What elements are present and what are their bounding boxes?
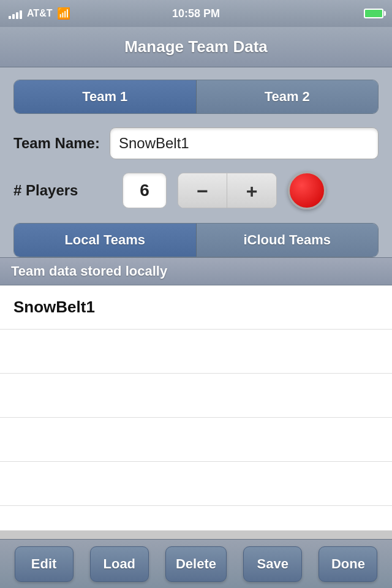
status-time: 10:58 PM (172, 7, 220, 20)
team-name-input[interactable] (110, 127, 379, 159)
delete-button[interactable]: Delete (165, 546, 227, 582)
team-name-row: Team Name: (13, 127, 379, 159)
increment-button[interactable]: + (227, 173, 276, 208)
edit-button[interactable]: Edit (15, 546, 74, 582)
players-count: 6 (123, 173, 167, 208)
list-item[interactable]: SnowBelt1 (0, 285, 392, 330)
signal-icon (9, 8, 22, 19)
done-button[interactable]: Done (318, 546, 377, 582)
section-header-text: Team data stored locally (11, 263, 167, 279)
players-label: # Players (13, 182, 111, 199)
team-toggle: Team 1 Team 2 (13, 80, 379, 114)
decrement-button[interactable]: − (178, 173, 227, 208)
wifi-icon: 📶 (57, 7, 70, 20)
bottom-toolbar: Edit Load Delete Save Done (0, 539, 392, 588)
record-button[interactable] (288, 172, 326, 209)
list-item-empty-4 (0, 462, 392, 506)
team2-button[interactable]: Team 2 (197, 80, 379, 113)
list-item-empty-1 (0, 330, 392, 374)
section-header: Team data stored locally (0, 257, 392, 285)
stepper: − + (178, 173, 277, 208)
status-bar: AT&T 📶 10:58 PM (0, 0, 392, 27)
carrier-label: AT&T (27, 8, 52, 19)
status-left: AT&T 📶 (9, 7, 70, 20)
list-item-empty-2 (0, 374, 392, 418)
load-button[interactable]: Load (90, 546, 149, 582)
storage-toggle: Local Teams iCloud Teams (13, 223, 379, 257)
nav-bar: Manage Team Data (0, 27, 392, 67)
team-name-label: Team Name: (13, 135, 100, 152)
team1-button[interactable]: Team 1 (14, 80, 197, 113)
team-item-name: SnowBelt1 (13, 298, 95, 317)
list-item-empty-3 (0, 418, 392, 462)
players-row: # Players 6 − + (13, 172, 379, 209)
list-item-empty-5 (0, 506, 392, 530)
icloud-teams-button[interactable]: iCloud Teams (197, 224, 379, 257)
local-teams-button[interactable]: Local Teams (14, 224, 197, 257)
battery-icon (364, 9, 383, 18)
save-button[interactable]: Save (243, 546, 302, 582)
main-content: Team 1 Team 2 Team Name: # Players 6 − +… (0, 67, 392, 257)
status-right (364, 9, 383, 18)
nav-title: Manage Team Data (124, 37, 268, 56)
team-list: SnowBelt1 (0, 285, 392, 530)
